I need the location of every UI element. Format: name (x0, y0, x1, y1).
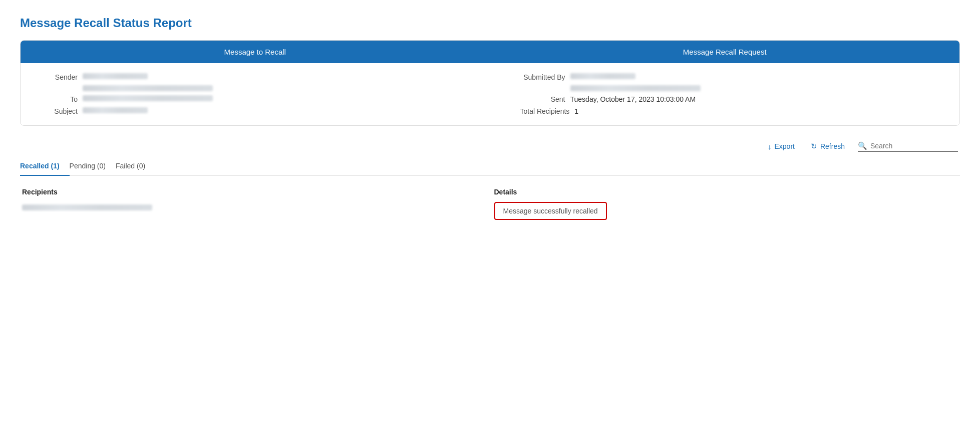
detail-value: Message successfully recalled (494, 202, 607, 220)
total-recipients-label: Total Recipients (520, 107, 570, 115)
details-column: Details Message successfully recalled (494, 188, 958, 220)
recipient-value (22, 204, 152, 210)
export-button[interactable]: ↓ Export (765, 140, 798, 153)
tab-pending[interactable]: Pending (0) (70, 158, 116, 176)
refresh-button[interactable]: ↻ Refresh (808, 140, 848, 153)
sender-extra-row (33, 85, 490, 91)
recipients-column: Recipients (22, 188, 486, 220)
detail-row: Message successfully recalled (494, 202, 958, 220)
export-label: Export (775, 142, 795, 150)
info-card: Message to Recall Message Recall Request… (20, 40, 960, 126)
total-recipients-value: 1 (574, 107, 578, 115)
submitted-by-row: Submitted By (520, 73, 948, 81)
search-icon: 🔍 (858, 141, 867, 150)
sender-extra-value (83, 85, 213, 91)
refresh-label: Refresh (820, 142, 845, 150)
to-label: To (33, 95, 78, 103)
export-icon: ↓ (768, 142, 772, 151)
sender-row: Sender (33, 73, 490, 81)
submitted-by-label: Submitted By (520, 73, 565, 81)
tabs-row: Recalled (1) Pending (0) Failed (0) (20, 158, 960, 176)
tab-failed[interactable]: Failed (0) (116, 158, 155, 176)
submitted-by-value (570, 73, 635, 79)
message-recall-request-header: Message Recall Request (490, 41, 960, 63)
total-recipients-row: Total Recipients 1 (520, 107, 948, 115)
sender-label: Sender (33, 73, 78, 81)
sender-value (83, 73, 148, 79)
sent-label: Sent (520, 95, 565, 103)
subject-label: Subject (33, 107, 78, 115)
content-grid: Recipients Details Message successfully … (22, 188, 958, 220)
sent-value: Tuesday, October 17, 2023 10:03:00 AM (570, 95, 696, 103)
refresh-icon: ↻ (811, 142, 817, 151)
message-to-recall-header: Message to Recall (21, 41, 490, 63)
subject-value (83, 107, 148, 113)
search-wrapper[interactable]: 🔍 (858, 141, 958, 152)
sent-row: Sent Tuesday, October 17, 2023 10:03:00 … (520, 95, 948, 103)
info-right-panel: Submitted By Sent Tuesday, October 17, 2… (490, 73, 948, 115)
tab-recalled[interactable]: Recalled (1) (20, 158, 70, 176)
info-card-body: Sender To Subject Submitted By (21, 63, 959, 125)
to-value (83, 95, 213, 101)
info-card-header: Message to Recall Message Recall Request (21, 41, 959, 63)
submitter-email-value (570, 85, 701, 91)
content-section: Recipients Details Message successfully … (20, 188, 960, 220)
page-title: Message Recall Status Report (20, 16, 960, 30)
recipients-header: Recipients (22, 188, 486, 196)
details-header: Details (494, 188, 958, 196)
search-input[interactable] (870, 142, 958, 150)
actions-row: ↓ Export ↻ Refresh 🔍 (20, 140, 960, 153)
info-left-panel: Sender To Subject (33, 73, 490, 115)
table-row (22, 202, 486, 214)
submitter-email-row (520, 85, 948, 91)
subject-row: Subject (33, 107, 490, 115)
to-row: To (33, 95, 490, 103)
